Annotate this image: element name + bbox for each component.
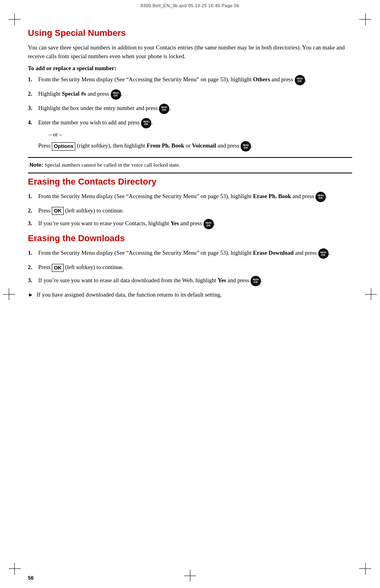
step-4: 4. Enter the number you wish to add and … (28, 118, 352, 151)
crop-mark-bc-v (190, 570, 190, 582)
section-erasing-downloads: Erasing the Downloads 1. From the Securi… (28, 233, 352, 299)
ec-step-3: 3. If you’re sure you want to erase your… (28, 219, 352, 229)
ec-step-1: 1. From the Security Menu display (See “… (28, 192, 352, 202)
bullet-content-1: If you have assigned downloaded data, th… (37, 290, 222, 299)
step-content-4: Enter the number you wish to add and pre… (38, 118, 352, 151)
ed-step-3: 3. If you’re sure you want to erase all … (28, 276, 352, 286)
ec-step-num-3: 3. (28, 219, 37, 228)
erasing-contacts-steps: 1. From the Security Menu display (See “… (28, 192, 352, 230)
step-num-2: 2. (28, 89, 37, 98)
ok-key-ed2: OK (52, 264, 64, 272)
crop-mark-bl-h (9, 568, 21, 569)
instruction-label: To add or replace a special number: (28, 65, 352, 72)
ed-step-num-2: 2. (28, 263, 37, 271)
ok-key-ec2: OK (52, 207, 64, 215)
step-content-1: From the Security Menu display (See “Acc… (38, 75, 352, 85)
or-section: – or – Press Options (right softkey), th… (38, 130, 352, 151)
bullet-arrow-icon: ► (28, 291, 35, 299)
ec-step-num-1: 1. (28, 192, 37, 201)
erasing-downloads-steps: 1. From the Security Menu display (See “… (28, 248, 352, 286)
file-header: 8300 Bell_EN_3b.qxd 05.10.25 16:45 Page … (0, 3, 380, 8)
step-2: 2. Highlight Special #s and press MENU O… (28, 89, 352, 100)
ec-step-2: 2. Press OK (left softkey) to continue. (28, 206, 352, 215)
ec-step-content-1: From the Security Menu display (See “Acc… (38, 192, 352, 202)
section-title-erasing-contacts: Erasing the Contacts Directory (28, 177, 352, 187)
note-text: Special numbers cannot be called in the … (45, 162, 180, 168)
step-content-3: Highlight the box under the entry number… (38, 104, 352, 114)
crop-mark-tl-h (9, 19, 21, 20)
note-box: Note: Special numbers cannot be called i… (28, 157, 352, 173)
intro-text: You can save three special numbers in ad… (28, 43, 352, 61)
ed-step-2: 2. Press OK (left softkey) to continue. (28, 263, 352, 272)
menu-ok-btn-1: MENU OK (295, 75, 305, 85)
step-content-2: Highlight Special #s and press MENU OK . (38, 89, 352, 100)
section-using-special-numbers: Using Special Numbers You can save three… (28, 28, 352, 173)
crop-mark-rm-v (371, 288, 371, 300)
step-num-4: 4. (28, 118, 37, 127)
bullet-1: ► If you have assigned downloaded data, … (28, 290, 352, 299)
or-text: Press Options (right softkey), then high… (38, 141, 352, 151)
step-1: 1. From the Security Menu display (See “… (28, 75, 352, 85)
step-3: 3. Highlight the box under the entry num… (28, 104, 352, 114)
special-numbers-steps: 1. From the Security Menu display (See “… (28, 75, 352, 151)
menu-ok-btn-4: MENU OK (141, 118, 151, 128)
ed-step-content-2: Press OK (left softkey) to continue. (38, 263, 352, 272)
crop-mark-tl-v (14, 13, 15, 25)
ed-step-num-1: 1. (28, 248, 37, 257)
menu-ok-btn-ec3: MENU OK (204, 219, 214, 229)
crop-mark-bl-v (14, 563, 15, 575)
menu-ok-btn-ed3: MENU OK (251, 276, 261, 286)
section-title-using-special-numbers: Using Special Numbers (28, 28, 352, 38)
ec-step-content-3: If you’re sure you want to erase your Co… (38, 219, 352, 229)
crop-mark-tr-v (365, 13, 366, 25)
crop-mark-br-v (365, 563, 366, 575)
ed-step-num-3: 3. (28, 276, 37, 285)
main-content: Using Special Numbers You can save three… (28, 28, 352, 560)
note-label: Note: (29, 162, 43, 168)
crop-mark-lm-h (3, 294, 15, 295)
menu-ok-btn-3: MENU OK (159, 104, 169, 114)
section-erasing-contacts: Erasing the Contacts Directory 1. From t… (28, 177, 352, 230)
section-title-erasing-downloads: Erasing the Downloads (28, 233, 352, 244)
menu-ok-btn-2: MENU OK (111, 89, 121, 100)
ec-step-num-2: 2. (28, 206, 37, 215)
page-number: 56 (28, 575, 33, 581)
options-key: Options (52, 142, 75, 150)
crop-mark-lm-v (9, 288, 9, 300)
ed-step-content-3: If you’re sure you want to erase all dat… (38, 276, 352, 286)
or-line: – or – (49, 130, 352, 139)
ed-step-content-1: From the Security Menu display (See “Acc… (38, 248, 352, 259)
page-wrapper: 8300 Bell_EN_3b.qxd 05.10.25 16:45 Page … (0, 0, 380, 588)
menu-ok-btn-ec1: MENU OK (315, 192, 326, 202)
step-num-1: 1. (28, 75, 37, 84)
downloads-bullets: ► If you have assigned downloaded data, … (28, 290, 352, 299)
menu-ok-btn-ed1: MENU OK (318, 248, 329, 259)
ec-step-content-2: Press OK (left softkey) to continue. (38, 206, 352, 215)
step-num-3: 3. (28, 104, 37, 112)
menu-ok-btn-5: MENU OK (241, 141, 251, 151)
ed-step-1: 1. From the Security Menu display (See “… (28, 248, 352, 259)
